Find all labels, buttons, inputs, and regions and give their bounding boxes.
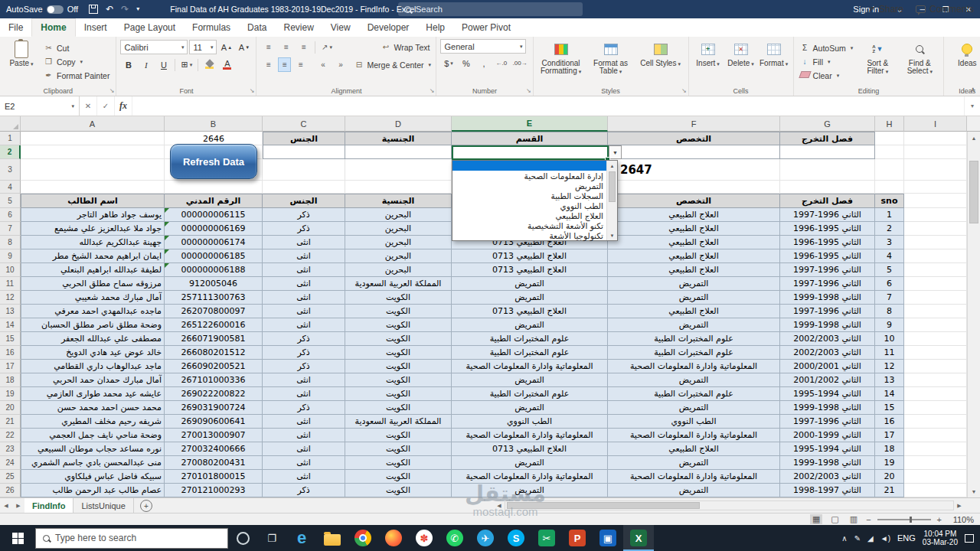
cell-B4[interactable] (165, 181, 263, 194)
cell-H8[interactable]: 3 (875, 236, 904, 249)
cell-G16[interactable]: الثاني 2002/2003 (780, 346, 875, 360)
decrease-indent-button[interactable]: « (315, 57, 331, 72)
cell-C14[interactable]: انثى (263, 318, 345, 332)
cell-B13[interactable]: 262070800097 (165, 305, 263, 318)
ideas-button[interactable]: Ideas (948, 39, 980, 85)
cell-A12[interactable]: آمال مبارك محمد شعيبي (21, 291, 165, 305)
paste-button[interactable]: Paste▾ (4, 39, 39, 85)
cell-D19[interactable]: الكويت (345, 387, 452, 401)
page-layout-view-icon[interactable]: ▢ (828, 514, 841, 524)
cell-B5[interactable]: الرقم المدني (165, 194, 263, 208)
borders-button[interactable]: ⊞▾ (178, 57, 194, 72)
zoom-out-icon[interactable]: − (866, 515, 871, 524)
cell-C3[interactable] (263, 159, 345, 181)
cell-C16[interactable]: ذكر (263, 346, 345, 360)
cell-D6[interactable]: البحرين (345, 208, 452, 222)
cell-I22[interactable] (904, 429, 967, 442)
column-header-E[interactable]: E (452, 116, 608, 132)
taskbar-icon-telegram[interactable]: ✈ (470, 525, 501, 551)
cell-D12[interactable]: الكويت (345, 291, 452, 305)
cell-H18[interactable]: 13 (875, 373, 904, 387)
cell-C17[interactable]: ذكر (263, 360, 345, 373)
dropdown-item-3[interactable]: السجلات الطبية (452, 191, 606, 201)
column-header-B[interactable]: B (165, 116, 263, 132)
cell-H6[interactable]: 1 (875, 208, 904, 222)
cell-D24[interactable]: الكويت (345, 456, 452, 470)
cell-A24[interactable]: منى عبدالمحسن بادي جاسم الشمري (21, 456, 165, 470)
ribbon-tab-page-layout[interactable]: Page Layout (116, 18, 184, 37)
ribbon-tab-home[interactable]: Home (31, 18, 75, 37)
cell-E12[interactable]: التمريض (452, 291, 608, 305)
cell-B10[interactable]: 000000006188 (165, 263, 263, 277)
number-format-select[interactable]: General▾ (440, 39, 526, 54)
cell-D14[interactable]: الكويت (345, 318, 452, 332)
cell-C20[interactable]: ذكر (263, 401, 345, 415)
cell-H10[interactable]: 5 (875, 263, 904, 277)
cell-I5[interactable] (904, 194, 967, 208)
row-header-21[interactable]: 21 (0, 415, 21, 429)
cell-D13[interactable]: الكويت (345, 305, 452, 318)
bold-button[interactable]: B (120, 57, 136, 72)
row-header-23[interactable]: 23 (0, 442, 21, 456)
cell-G25[interactable]: الثاني 2002/2003 (780, 470, 875, 484)
dropdown-scroll-thumb[interactable] (609, 171, 616, 202)
cell-H20[interactable]: 15 (875, 401, 904, 415)
start-button[interactable] (0, 525, 35, 551)
cell-G20[interactable]: الثاني 1998-1999 (780, 401, 875, 415)
cell-A17[interactable]: ماجد عبدالوهاب داري القطامي (21, 360, 165, 373)
cell-B25[interactable]: 270101800015 (165, 470, 263, 484)
cell-E21[interactable]: الطب النووي (452, 415, 608, 429)
dropdown-item-0[interactable] (452, 161, 606, 171)
zoom-in-icon[interactable]: + (937, 515, 942, 524)
cell-G3[interactable] (780, 159, 875, 181)
cut-button[interactable]: ✂Cut (41, 41, 112, 54)
cell-I10[interactable] (904, 263, 967, 277)
cell-I8[interactable] (904, 236, 967, 249)
cell-I15[interactable] (904, 332, 967, 346)
cell-F1[interactable]: التخصص (608, 132, 780, 145)
ribbon-tab-file[interactable]: File (0, 18, 31, 37)
cell-C4[interactable] (263, 181, 345, 194)
cell-F26[interactable]: التمريض (608, 484, 780, 497)
row-header-16[interactable]: 16 (0, 346, 21, 360)
column-header-I[interactable]: I (904, 116, 967, 132)
cell-B19[interactable]: 269022200822 (165, 387, 263, 401)
cell-F2[interactable] (608, 145, 780, 159)
cell-G10[interactable]: الثاني 1996-1997 (780, 263, 875, 277)
cell-I20[interactable] (904, 401, 967, 415)
taskbar-icon-chrome[interactable] (348, 525, 378, 551)
cell-C18[interactable]: انثى (263, 373, 345, 387)
dropdown-item-5[interactable]: العلاج الطبيعي (452, 210, 606, 220)
taskbar-icon-edge[interactable]: e (286, 525, 317, 551)
cell-I16[interactable] (904, 346, 967, 360)
merge-center-button[interactable]: ⊟Merge & Center▾ (351, 58, 433, 71)
fill-color-button[interactable] (201, 57, 217, 72)
cell-C10[interactable]: انثى (263, 263, 345, 277)
cell-I17[interactable] (904, 360, 967, 373)
cell-I23[interactable] (904, 442, 967, 456)
cell-H25[interactable]: 20 (875, 470, 904, 484)
cell-I3[interactable] (904, 159, 967, 181)
decrease-font-size-button[interactable]: A▼ (236, 40, 252, 54)
cell-E25[interactable]: المعلوماتية وادارة المعلومات الصحية (452, 470, 608, 484)
cell-A25[interactable]: سبيكه فاضل عباس فيلكاوي (21, 470, 165, 484)
cell-C21[interactable]: انثى (263, 415, 345, 429)
cell-G12[interactable]: الثاني 1998-1999 (780, 291, 875, 305)
cell-H16[interactable]: 11 (875, 346, 904, 360)
cell-B17[interactable]: 266090200521 (165, 360, 263, 373)
cell-E16[interactable]: علوم المختبرات الطبية (452, 346, 608, 360)
cell-B23[interactable]: 270032400666 (165, 442, 263, 456)
cell-A2[interactable] (21, 145, 165, 159)
cell-G21[interactable]: الثاني 1996-1997 (780, 415, 875, 429)
horizontal-scrollbar[interactable]: ◀ ▶ (494, 500, 965, 511)
cell-C12[interactable]: انثى (263, 291, 345, 305)
name-box[interactable]: E2▾ (0, 96, 80, 116)
cell-F13[interactable]: العلاج الطبيعي (608, 305, 780, 318)
orientation-button[interactable]: ↗▾ (318, 40, 335, 54)
sheet-nav-right-icon[interactable]: ▶ (12, 498, 24, 513)
sheet-nav-left-icon[interactable]: ◀ (0, 498, 12, 513)
cell-C22[interactable]: انثى (263, 429, 345, 442)
cell-A22[interactable]: وضحة مناحي نايف جمل العجمي (21, 429, 165, 442)
cell-B11[interactable]: 912005046 (165, 277, 263, 291)
cell-H15[interactable]: 10 (875, 332, 904, 346)
